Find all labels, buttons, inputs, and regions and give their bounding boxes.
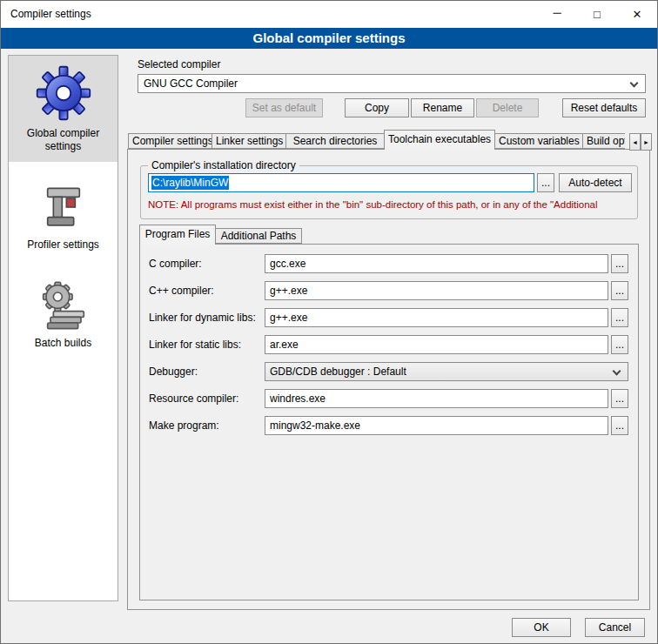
set-as-default-button[interactable]: Set as default <box>245 98 323 117</box>
delete-button[interactable]: Delete <box>476 98 539 117</box>
resource-compiler-label: Resource compiler: <box>149 392 265 405</box>
arrow-left-icon: ◄ <box>632 139 638 145</box>
profiler-icon <box>37 181 90 233</box>
sidebar-item-label: Batch builds <box>12 337 114 350</box>
rename-button[interactable]: Rename <box>411 98 474 117</box>
cpp-compiler-row: C++ compiler: g++.exe ... <box>149 281 628 300</box>
make-program-input[interactable]: mingw32-make.exe <box>265 416 608 435</box>
page-title: Global compiler settings <box>1 28 657 49</box>
cpp-compiler-input[interactable]: g++.exe <box>265 281 608 300</box>
debugger-row: Debugger: GDB/CDB debugger : Default <box>149 362 628 381</box>
tab-additional-paths[interactable]: Additional Paths <box>215 228 302 244</box>
make-program-browse-button[interactable]: ... <box>611 416 628 435</box>
c-compiler-row: C compiler: gcc.exe ... <box>149 254 628 273</box>
batch-builds-icon <box>37 279 90 332</box>
cpp-compiler-label: C++ compiler: <box>149 285 265 297</box>
installation-directory-value: C:\raylib\MinGW <box>151 176 229 190</box>
sidebar-item-profiler-settings[interactable]: Profiler settings <box>9 172 118 260</box>
minimize-icon: ─ <box>553 6 561 19</box>
static-linker-browse-button[interactable]: ... <box>611 335 628 354</box>
installation-directory-input[interactable]: C:\raylib\MinGW <box>148 173 534 192</box>
tab-compiler-settings[interactable]: Compiler settings <box>128 133 212 149</box>
dynamic-linker-row: Linker for dynamic libs: g++.exe ... <box>149 308 628 327</box>
close-icon: ✕ <box>633 8 642 21</box>
make-program-row: Make program: mingw32-make.exe ... <box>149 416 628 435</box>
make-program-label: Make program: <box>149 419 265 432</box>
program-files-panel: C compiler: gcc.exe ... C++ compiler: g+… <box>139 244 639 600</box>
selected-compiler-dropdown[interactable]: GNU GCC Compiler <box>138 74 646 93</box>
tab-search-directories[interactable]: Search directories <box>285 133 385 149</box>
c-compiler-input[interactable]: gcc.exe <box>265 254 608 273</box>
selected-compiler-value: GNU GCC Compiler <box>144 77 238 90</box>
maximize-button[interactable]: □ <box>577 1 617 28</box>
compiler-settings-dialog: Compiler settings ─ □ ✕ Global compiler … <box>0 0 658 644</box>
debugger-dropdown[interactable]: GDB/CDB debugger : Default <box>265 362 628 381</box>
main-content: Selected compiler GNU GCC Compiler Set a… <box>127 55 652 611</box>
debugger-value: GDB/CDB debugger : Default <box>270 366 406 378</box>
reset-defaults-button[interactable]: Reset defaults <box>562 98 646 117</box>
c-compiler-browse-button[interactable]: ... <box>611 254 628 273</box>
blue-gear-icon <box>35 64 92 122</box>
tab-toolchain-executables[interactable]: Toolchain executables <box>384 130 495 150</box>
installation-directory-label: Compiler's installation directory <box>148 159 299 171</box>
ok-button[interactable]: OK <box>512 618 571 637</box>
auto-detect-button[interactable]: Auto-detect <box>559 173 632 192</box>
tab-build-options[interactable]: Build options <box>582 133 625 149</box>
cancel-button[interactable]: Cancel <box>585 618 645 637</box>
resource-compiler-row: Resource compiler: windres.exe ... <box>149 389 628 408</box>
tab-custom-variables[interactable]: Custom variables <box>494 133 583 149</box>
resource-compiler-browse-button[interactable]: ... <box>611 389 628 408</box>
dynamic-linker-label: Linker for dynamic libs: <box>149 312 265 324</box>
tab-linker-settings[interactable]: Linker settings <box>212 133 286 149</box>
titlebar[interactable]: Compiler settings ─ □ ✕ <box>1 1 657 28</box>
settings-tabstrip: Compiler settings Linker settings Search… <box>128 130 625 150</box>
directory-browse-button[interactable]: ... <box>537 173 554 192</box>
static-linker-label: Linker for static libs: <box>149 339 265 351</box>
cpp-compiler-browse-button[interactable]: ... <box>611 281 628 300</box>
tab-scroll-right-button[interactable]: ► <box>641 133 652 151</box>
c-compiler-label: C compiler: <box>149 258 265 270</box>
static-linker-row: Linker for static libs: ar.exe ... <box>149 335 628 354</box>
copy-button[interactable]: Copy <box>345 98 409 117</box>
chevron-down-icon <box>613 367 621 376</box>
close-button[interactable]: ✕ <box>617 1 657 28</box>
selected-compiler-label: Selected compiler <box>138 58 220 70</box>
tab-program-files[interactable]: Program Files <box>139 225 216 245</box>
toolchain-panel: Compiler's installation directory C:\ray… <box>127 149 650 610</box>
sidebar-item-label: Global compiler settings <box>12 127 114 153</box>
minimize-button[interactable]: ─ <box>537 1 577 28</box>
maximize-icon: □ <box>594 8 601 21</box>
settings-sidebar: Global compiler settings Profiler settin… <box>8 55 118 601</box>
arrow-right-icon: ► <box>643 139 649 145</box>
sidebar-item-batch-builds[interactable]: Batch builds <box>9 271 118 359</box>
resource-compiler-input[interactable]: windres.exe <box>265 389 608 408</box>
sidebar-item-global-compiler-settings[interactable]: Global compiler settings <box>9 56 118 162</box>
static-linker-input[interactable]: ar.exe <box>265 335 608 354</box>
programs-tabstrip: Program Files Additional Paths <box>139 225 639 245</box>
window-controls: ─ □ ✕ <box>537 1 657 28</box>
sidebar-item-label: Profiler settings <box>12 238 114 252</box>
tab-scroll-left-button[interactable]: ◄ <box>629 133 641 151</box>
directory-note: NOTE: All programs must exist either in … <box>148 199 636 210</box>
dynamic-linker-browse-button[interactable]: ... <box>611 308 628 327</box>
dynamic-linker-input[interactable]: g++.exe <box>265 308 608 327</box>
debugger-label: Debugger: <box>149 366 265 378</box>
window-title: Compiler settings <box>10 8 91 20</box>
chevron-down-icon <box>630 79 639 88</box>
installation-directory-group: Compiler's installation directory C:\ray… <box>140 165 638 219</box>
